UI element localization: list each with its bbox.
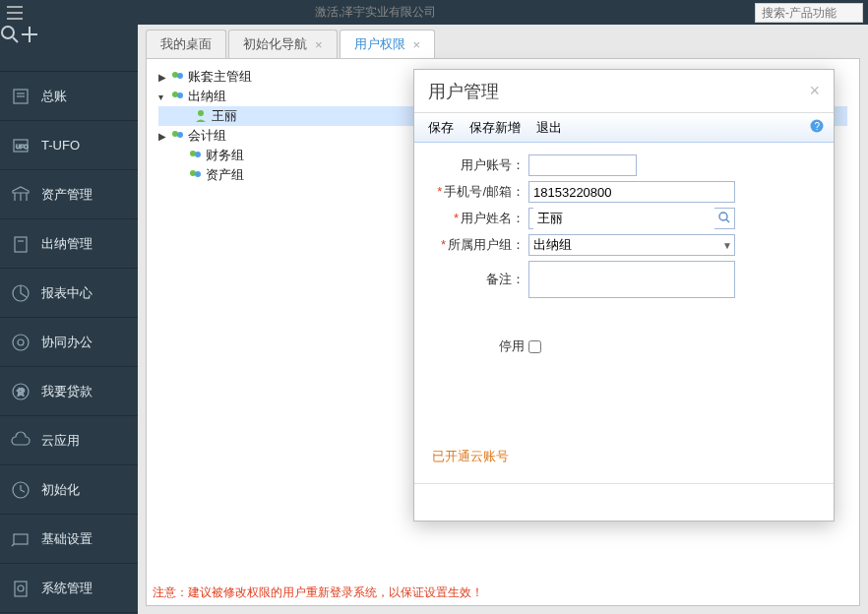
sidebar-item-loan[interactable]: 贷 我要贷款 (0, 367, 138, 416)
sidebar-item-label: 总账 (41, 88, 67, 105)
svg-text:?: ? (815, 121, 821, 132)
collapse-icon[interactable]: ▾ (158, 92, 168, 102)
disable-checkbox[interactable] (528, 340, 541, 353)
svg-point-28 (198, 110, 204, 116)
svg-rect-22 (15, 582, 27, 596)
remark-label: 备注： (432, 271, 528, 288)
system-icon (10, 579, 31, 598)
svg-point-26 (172, 92, 178, 97)
reports-icon (10, 283, 31, 303)
sidebar-item-label: 报表中心 (41, 284, 93, 302)
sidebar-item-label: T-UFO (41, 138, 80, 153)
svg-rect-20 (14, 534, 28, 544)
assets-icon (10, 185, 31, 205)
sidebar-item-ledger[interactable]: 总账 (0, 72, 138, 121)
group-icon (188, 168, 204, 182)
name-label: *用户姓名： (432, 210, 528, 227)
expand-icon[interactable]: ▶ (158, 131, 168, 142)
global-search-input[interactable] (755, 3, 863, 23)
sidebar-item-reports[interactable]: 报表中心 (0, 269, 138, 318)
svg-point-32 (195, 152, 201, 157)
svg-point-24 (172, 72, 178, 78)
svg-point-0 (2, 27, 14, 38)
svg-text:贷: 贷 (17, 388, 25, 397)
sidebar-item-label: 初始化 (41, 481, 80, 499)
sidebar-item-label: 出纳管理 (41, 235, 93, 253)
svg-point-23 (18, 585, 24, 591)
sidebar-item-label: 我要贷款 (41, 383, 93, 400)
sidebar-item-label: 系统管理 (41, 580, 93, 597)
cloud-account-note: 已开通云账号 (414, 448, 527, 465)
svg-point-29 (172, 131, 178, 137)
loan-icon: 贷 (10, 382, 31, 401)
menu-icon[interactable] (0, 6, 30, 20)
svg-text:UFO: UFO (16, 144, 29, 150)
svg-point-33 (190, 170, 196, 176)
svg-point-25 (177, 73, 183, 79)
phone-label: *手机号/邮箱： (432, 183, 528, 201)
dialog-title: 用户管理 (428, 80, 499, 103)
exit-button[interactable]: 退出 (536, 119, 562, 137)
group-icon (170, 129, 186, 143)
cloud-icon (10, 431, 31, 451)
expand-icon[interactable]: ▶ (158, 72, 168, 83)
sidebar-add-button[interactable] (20, 25, 39, 71)
svg-point-15 (13, 335, 29, 350)
svg-point-37 (719, 213, 727, 220)
save-add-button[interactable]: 保存新增 (469, 119, 521, 137)
group-label: *所属用户组： (432, 236, 528, 254)
account-label: 用户账号： (432, 156, 528, 174)
sidebar-item-label: 协同办公 (41, 334, 93, 351)
group-icon (188, 149, 204, 162)
tab-desktop[interactable]: 我的桌面 (146, 30, 226, 58)
help-icon[interactable]: ? (810, 119, 824, 136)
user-management-dialog: 用户管理 × 保存 保存新增 退出 ? 用户账号： *手机号/邮箱： *用户姓名… (413, 69, 835, 522)
save-button[interactable]: 保存 (428, 119, 454, 137)
close-icon[interactable]: × (413, 37, 421, 52)
sidebar-item-tufo[interactable]: UFO T-UFO (0, 121, 138, 170)
topbar-title: 激活,泽宇实业有限公司 (315, 4, 436, 21)
sidebar-item-system[interactable]: 系统管理 (0, 564, 138, 613)
sidebar-item-cloud[interactable]: 云应用 (0, 416, 138, 465)
sidebar-search-button[interactable] (0, 25, 20, 71)
disable-label: 停用 (432, 338, 528, 355)
name-input-wrapper (528, 208, 735, 229)
tab-init-nav[interactable]: 初始化导航 × (228, 30, 338, 58)
group-icon (170, 70, 186, 84)
sidebar-item-basic[interactable]: 基础设置 (0, 515, 138, 564)
tufo-icon: UFO (10, 136, 31, 155)
name-input[interactable] (533, 208, 714, 229)
svg-point-30 (177, 132, 183, 138)
sidebar-item-label: 云应用 (41, 432, 80, 450)
sidebar-item-init[interactable]: 初始化 (0, 465, 138, 515)
svg-point-34 (195, 171, 201, 177)
remark-input[interactable] (528, 261, 735, 298)
svg-point-31 (190, 151, 196, 156)
user-icon (194, 109, 210, 123)
sidebar-item-assets[interactable]: 资产管理 (0, 170, 138, 219)
group-select[interactable]: 出纳组 ▼ (528, 234, 735, 256)
close-icon[interactable]: × (809, 81, 820, 101)
svg-line-38 (726, 219, 729, 222)
sidebar-item-cashier[interactable]: 出纳管理 (0, 219, 138, 269)
group-icon (170, 90, 186, 103)
close-icon[interactable]: × (315, 37, 323, 52)
sidebar-item-label: 资产管理 (41, 186, 93, 204)
tab-user-perms[interactable]: 用户权限 × (340, 30, 436, 58)
search-icon[interactable] (714, 212, 734, 226)
cashier-icon (10, 234, 31, 254)
svg-line-21 (12, 544, 14, 546)
collab-icon (10, 333, 31, 352)
ledger-icon (10, 87, 31, 106)
svg-point-27 (177, 92, 183, 98)
sidebar-item-label: 基础设置 (41, 530, 93, 548)
dialog-footer (414, 483, 834, 521)
chevron-down-icon: ▼ (722, 240, 732, 251)
footer-warning: 注意：建议被修改权限的用户重新登录系统，以保证设置生效！ (153, 584, 483, 601)
settings-icon (10, 529, 31, 549)
sidebar-item-collab[interactable]: 协同办公 (0, 318, 138, 367)
account-input[interactable] (528, 154, 637, 176)
phone-input[interactable] (528, 181, 735, 203)
init-icon (10, 480, 31, 500)
svg-rect-12 (15, 237, 27, 252)
